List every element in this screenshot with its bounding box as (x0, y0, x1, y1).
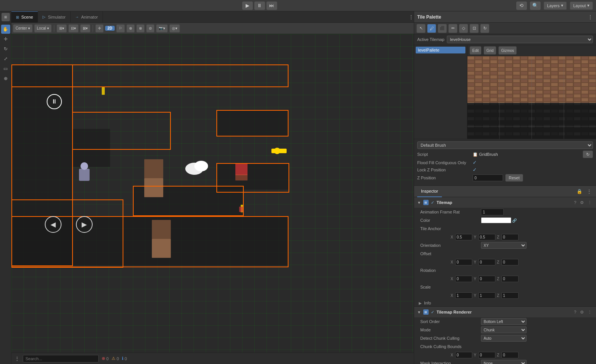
active-tilemap-select[interactable]: levelHouse (447, 36, 593, 43)
scene-tool2[interactable]: ⊕ (126, 24, 135, 33)
palette-item-level[interactable]: levelPallete (416, 47, 465, 53)
z-position-input[interactable] (473, 174, 503, 181)
camera-dropdown[interactable]: 📷▾ (156, 24, 168, 33)
chunk-x[interactable] (455, 352, 472, 358)
tile-anchor-y[interactable] (478, 234, 495, 240)
sort-order-select[interactable]: Bottom Left (481, 318, 527, 325)
viewport-background (11, 34, 414, 353)
offset-y[interactable] (478, 259, 495, 265)
animator-tab[interactable]: → Animator (71, 11, 103, 23)
tile-fill-tool[interactable]: ⬛ (438, 24, 447, 33)
tile-erase-tool[interactable]: ◇ (459, 24, 468, 33)
tile-anchor-y-field: Y (474, 234, 495, 240)
anim-frame-input[interactable] (481, 209, 504, 215)
rect-tool[interactable]: ▭ (1, 64, 10, 73)
rotation-label-row: Rotation (414, 266, 596, 275)
palette-edit-btn[interactable]: Edit (470, 46, 481, 55)
orientation-select[interactable]: XY (481, 242, 527, 249)
center-dropdown[interactable]: Center▾ (13, 24, 33, 33)
detect-chunk-select[interactable]: Auto (481, 335, 527, 342)
flood-fill-check: ✓ (473, 160, 477, 165)
tile-select-tool[interactable]: ↖ (416, 24, 426, 33)
rotation-y[interactable] (478, 276, 495, 282)
scene-viewport[interactable]: ⏸ ◀ ▶ (11, 34, 414, 353)
color-swatch[interactable] (481, 217, 511, 223)
tile-anchor-z-field: Z (497, 234, 519, 240)
rotation-x[interactable] (455, 276, 472, 282)
mask-interaction-select[interactable]: None (481, 360, 527, 364)
tile-flip-tool[interactable]: ⊡ (470, 24, 479, 33)
tile-palette-menu[interactable]: ⋮ (588, 14, 593, 20)
offset-z[interactable] (501, 259, 519, 265)
tile-rotate-tool[interactable]: ↻ (480, 24, 489, 33)
layers-dropdown[interactable]: Layers ▾ (544, 2, 567, 10)
renderer-settings-btn[interactable]: ⚙ (579, 309, 585, 315)
palette-gizmos-btn[interactable]: Gizmos (498, 46, 517, 55)
simulator-tab[interactable]: ▷ Simulator (38, 11, 70, 23)
tilemap-header[interactable]: ▼ ⊞ ✓ Tilemap ? ⚙ ⋮ (414, 197, 596, 208)
toolbar-grid-btn[interactable]: ⊞ (2, 13, 10, 21)
gizmos-dropdown[interactable]: ◎▾ (169, 24, 180, 33)
scale-x[interactable] (455, 292, 472, 299)
inspector-lock-btn[interactable]: 🔒 (575, 188, 584, 195)
scene-tab[interactable]: ⊞ Scene (11, 11, 38, 23)
scene-tool4[interactable]: ⊘ (146, 24, 155, 33)
tile-anchor-x[interactable] (455, 234, 472, 240)
scale-z[interactable] (501, 292, 519, 299)
rotation-z[interactable] (501, 276, 519, 282)
lock-z-check: ✓ (473, 167, 477, 173)
snap2-button[interactable]: ⊠▾ (80, 24, 90, 33)
inspector-menu-btn[interactable]: ⋮ (585, 188, 593, 195)
sort-order-label: Sort Order (420, 319, 481, 324)
play-button[interactable]: ▶ (242, 2, 253, 10)
palette-grid-btn[interactable]: Grid (484, 46, 496, 55)
tile-paint-tool[interactable]: 🖊 (427, 24, 436, 33)
grid-button[interactable]: ⊞▾ (57, 24, 67, 33)
history-button[interactable]: ⟲ (516, 2, 527, 10)
tile-image-area[interactable] (467, 56, 596, 139)
tilemap-renderer-header[interactable]: ▼ ⊞ ✓ Tilemap Renderer ? ⚙ ⋮ (414, 307, 596, 317)
palette-area: levelPallete Edit Grid Gizmos (414, 45, 596, 139)
renderer-more-btn[interactable]: ⋮ (587, 309, 593, 315)
move-tool[interactable]: ✛ (1, 35, 10, 44)
layout-dropdown[interactable]: Layout ▾ (570, 2, 593, 10)
step-button[interactable]: ⏭ (266, 2, 277, 10)
tile-anchor-xyz: X Y Z (414, 233, 596, 241)
scene-tool1[interactable]: ⚐ (116, 24, 125, 33)
z-position-reset[interactable]: Reset (505, 174, 523, 182)
hand-tool[interactable]: ✋ (1, 25, 10, 34)
renderer-help-btn[interactable]: ? (573, 309, 577, 315)
search-button[interactable]: 🔍 (530, 2, 541, 10)
chunk-z[interactable] (501, 352, 519, 358)
move-button[interactable]: ✛ (95, 24, 104, 33)
tilemap-settings-btn[interactable]: ⚙ (579, 200, 585, 206)
info-row[interactable]: ▶ Info (414, 300, 596, 306)
bottom-panel: ⋮ ⊗ 0 ⚠ 0 ℹ 0 (11, 353, 414, 364)
renderer-toggle: ▼ (417, 310, 421, 314)
brush-refresh-btn[interactable]: ↻ (583, 151, 593, 158)
chunk-y[interactable] (478, 352, 495, 358)
inspector-tab[interactable]: Inspector (417, 186, 442, 197)
pause-button[interactable]: ⏸ (254, 2, 265, 10)
transform-tool[interactable]: ⊕ (1, 74, 10, 83)
tilemap-more-btn[interactable]: ⋮ (587, 200, 593, 206)
color-link[interactable]: 🔗 (512, 218, 517, 223)
tilemap-help-btn[interactable]: ? (573, 200, 577, 206)
local-dropdown[interactable]: Local▾ (34, 24, 52, 33)
console-menu-btn[interactable]: ⋮ (14, 356, 20, 362)
chunk-culling-label-row: Chunk Culling Bounds (414, 342, 596, 351)
offset-x[interactable] (455, 259, 472, 265)
mode-label: Mode (420, 328, 481, 332)
scale-tool[interactable]: ⤢ (1, 54, 10, 63)
scene-menu-btn[interactable]: ⋮ (408, 14, 414, 20)
scale-label-row: Scale (414, 283, 596, 291)
scene-tool3[interactable]: ⊗ (136, 24, 145, 33)
console-search[interactable] (23, 355, 99, 362)
snap-button[interactable]: ⊟▾ (68, 24, 79, 33)
scale-y[interactable] (478, 292, 495, 299)
tile-pick-tool[interactable]: ✏ (448, 24, 457, 33)
rotate-tool[interactable]: ↻ (1, 44, 10, 53)
tile-anchor-z[interactable] (501, 234, 519, 240)
brush-dropdown[interactable]: Default Brush (417, 141, 593, 149)
mode-select[interactable]: Chunk (481, 326, 527, 333)
